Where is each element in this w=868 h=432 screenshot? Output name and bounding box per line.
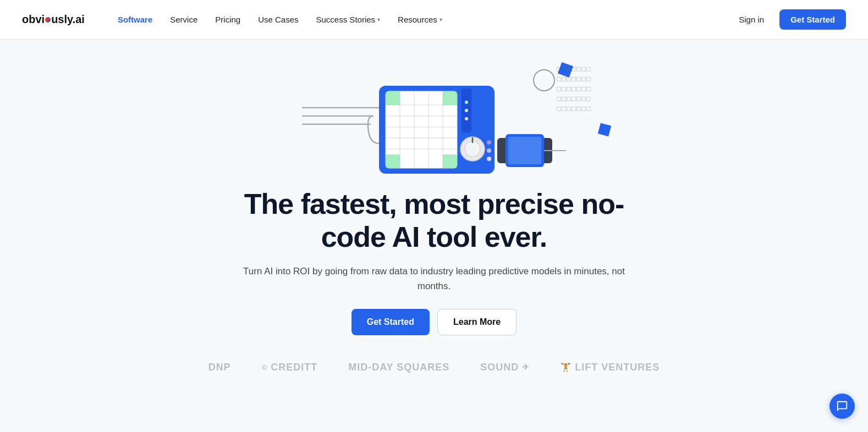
- hero-subtitle: Turn AI into ROI by going from raw data …: [241, 264, 627, 293]
- lift-icon: 🏋: [561, 362, 572, 372]
- svg-rect-16: [386, 154, 400, 168]
- svg-rect-14: [386, 91, 400, 105]
- logos-bar: DNP © CREDITT MID-DAY SQUARES Sound ✈ 🏋 …: [208, 357, 660, 373]
- machine-illustration: [302, 53, 566, 179]
- chevron-down-icon: ▾: [440, 16, 442, 23]
- logo-dnp: DNP: [208, 362, 231, 373]
- midday-label: MID-DAY SQUARES: [348, 362, 449, 373]
- logo-sound: Sound ✈: [480, 362, 530, 373]
- dnp-label: DNP: [208, 362, 231, 373]
- svg-point-19: [465, 101, 468, 104]
- sound-icon: ✈: [522, 362, 530, 372]
- hero-learn-more-button[interactable]: Learn More: [437, 309, 517, 335]
- hero-section: The fastest, most precise no-code AI too…: [0, 40, 868, 373]
- nav-links: Software Service Pricing Use Cases Succe…: [118, 15, 730, 24]
- lift-label: LIFT VENTURES: [575, 362, 660, 373]
- nav-pricing[interactable]: Pricing: [215, 15, 240, 24]
- deco-square-2: [598, 123, 611, 136]
- sign-in-button[interactable]: Sign in: [730, 10, 773, 29]
- svg-point-21: [465, 117, 468, 120]
- logo-creditt: © CREDITT: [262, 362, 318, 373]
- svg-point-26: [487, 140, 491, 145]
- creditt-label: CREDITT: [271, 362, 317, 373]
- nav-use-cases[interactable]: Use Cases: [258, 15, 298, 24]
- logo-lift: 🏋 LIFT VENTURES: [561, 362, 660, 373]
- logo-dot: [45, 17, 51, 23]
- svg-rect-31: [508, 137, 541, 164]
- sound-label: Sound: [480, 362, 519, 373]
- logo-midday: MID-DAY SQUARES: [348, 362, 449, 373]
- nav-service[interactable]: Service: [170, 15, 197, 24]
- svg-point-27: [487, 148, 491, 153]
- navbar: obviusly.ai Software Service Pricing Use…: [0, 0, 868, 40]
- svg-rect-15: [443, 91, 457, 105]
- svg-point-28: [487, 157, 491, 161]
- nav-actions: Sign in Get Started: [730, 9, 846, 30]
- hero-get-started-button[interactable]: Get Started: [351, 309, 430, 335]
- hero-buttons: Get Started Learn More: [241, 309, 627, 335]
- hero-illustration: [247, 53, 621, 179]
- svg-rect-17: [443, 154, 457, 168]
- nav-get-started-button[interactable]: Get Started: [779, 9, 846, 30]
- svg-point-20: [465, 109, 468, 112]
- nav-resources[interactable]: Resources ▾: [398, 15, 442, 24]
- nav-software[interactable]: Software: [118, 15, 152, 24]
- logo[interactable]: obviusly.ai: [22, 13, 85, 26]
- chevron-down-icon: ▾: [377, 16, 380, 23]
- nav-success-stories[interactable]: Success Stories ▾: [316, 15, 381, 24]
- svg-point-24: [465, 141, 480, 157]
- hero-title: The fastest, most precise no-code AI too…: [241, 188, 627, 254]
- creditt-icon: ©: [262, 363, 268, 372]
- hero-text: The fastest, most precise no-code AI too…: [241, 188, 627, 357]
- chat-button[interactable]: [829, 394, 855, 419]
